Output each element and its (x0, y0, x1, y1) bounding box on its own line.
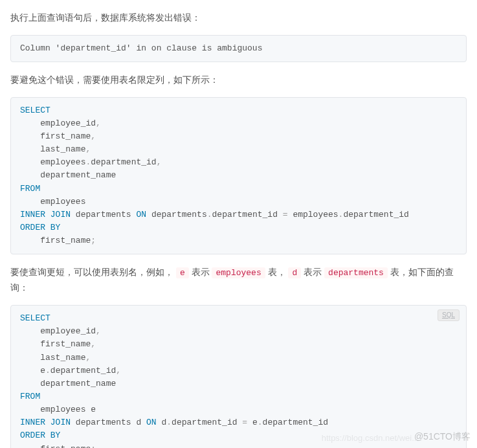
paragraph-alias: 要使查询更短，可以使用表别名，例如， e 表示 employees 表， d 表… (10, 265, 467, 296)
inline-code-e: e (176, 267, 189, 278)
sql-code-block-2: SQLSELECT employee_id, first_name, last_… (10, 305, 467, 448)
lang-badge-sql: SQL (438, 309, 460, 321)
join-departments: departments (76, 210, 131, 219)
dot: . (258, 418, 263, 427)
eq: = (283, 210, 288, 219)
kw-select: SELECT (20, 106, 50, 115)
from-employees: employees (40, 197, 85, 207)
comma: , (96, 118, 101, 128)
text-pre: 要使查询更短，可以使用表别名，例如， (10, 267, 176, 277)
tbl-employees: employees (40, 157, 85, 167)
comma: , (85, 144, 91, 154)
semicolon: ; (91, 236, 96, 245)
inline-code-d: d (288, 267, 301, 278)
col-department-name: department_name (40, 379, 116, 388)
col-last-name: last_name (40, 353, 85, 363)
comma: , (157, 157, 162, 167)
kw-order-by: ORDER BY (20, 223, 60, 232)
col-employee-id: employee_id (40, 326, 96, 336)
comma: , (85, 353, 91, 363)
kw-from: FROM (20, 184, 40, 194)
col-first-name: first_name (40, 339, 91, 349)
eq: = (242, 418, 247, 427)
comma: , (116, 366, 121, 375)
col-department-name: department_name (40, 170, 116, 180)
paragraph-intro-error: 执行上面查询语句后，数据库系统将发出错误： (10, 10, 467, 26)
inline-code-departments: departments (324, 267, 388, 278)
join-departments-d: departments d (76, 418, 141, 427)
col-last-name: last_name (40, 144, 85, 154)
alias-e: e (40, 366, 45, 375)
orderby-col: first_name (40, 444, 91, 448)
col-employee-id: employee_id (40, 118, 96, 128)
on-right-col: department_id (263, 418, 328, 427)
on-left-col: department_id (172, 418, 237, 427)
sql-code-block-1: SELECT employee_id, first_name, last_nam… (10, 97, 467, 255)
from-employees-e: employees e (40, 405, 96, 414)
kw-inner-join: INNER JOIN (20, 210, 71, 219)
comma: , (96, 326, 101, 336)
kw-select: SELECT (20, 313, 50, 323)
dot: . (207, 210, 212, 219)
dot: . (166, 418, 172, 427)
error-text: Column 'department_id' in on clause is a… (20, 43, 262, 53)
on-right-col: department_id (343, 210, 408, 219)
kw-order-by: ORDER BY (20, 431, 60, 440)
kw-inner-join: INNER JOIN (20, 418, 71, 427)
text-mid3: 表示 (301, 267, 324, 277)
text-mid1: 表示 (189, 267, 212, 277)
on-left-tbl: departments (151, 210, 207, 219)
inline-code-employees: employees (212, 267, 265, 278)
paragraph-fix: 要避免这个错误，需要使用表名限定列，如下所示： (10, 73, 467, 88)
dot: . (45, 366, 50, 375)
kw-from: FROM (20, 392, 40, 401)
error-code-block: Column 'department_id' in on clause is a… (10, 35, 467, 62)
text-mid2: 表， (265, 267, 289, 277)
on-right-tbl: employees (293, 210, 338, 219)
orderby-col: first_name (40, 236, 91, 245)
comma: , (91, 339, 96, 349)
col-first-name: first_name (40, 131, 91, 141)
on-left-col: department_id (212, 210, 278, 219)
kw-on: ON (136, 210, 146, 219)
comma: , (91, 131, 96, 141)
kw-on: ON (146, 418, 157, 427)
col-department-id: department_id (91, 157, 156, 167)
col-department-id: department_id (50, 366, 116, 375)
on-right-alias: e (252, 418, 258, 427)
semicolon: ; (91, 444, 96, 448)
